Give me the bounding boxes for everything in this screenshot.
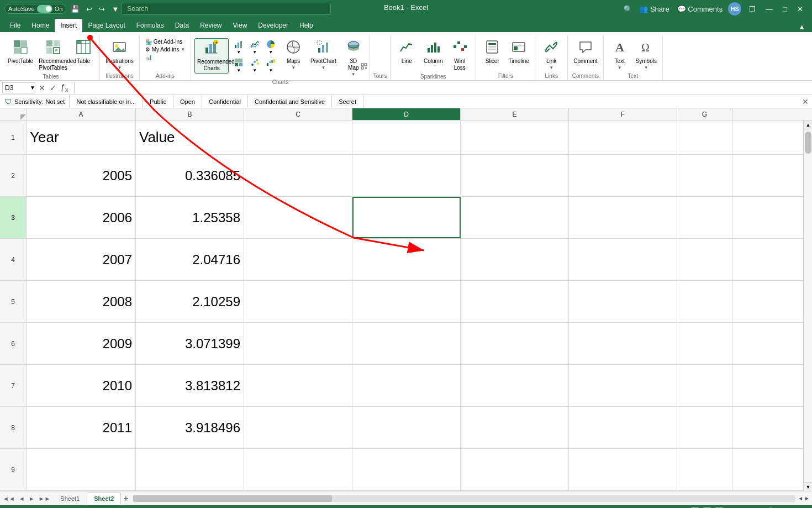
cell-a4[interactable]: 2007 <box>27 239 136 280</box>
corner-cell[interactable] <box>0 108 27 120</box>
avatar[interactable]: HS <box>728 2 741 15</box>
sensitivity-open[interactable]: Open <box>173 95 202 108</box>
row-header-3[interactable]: 3 <box>0 197 27 238</box>
timeline-button[interactable]: Timeline <box>506 38 531 66</box>
cell-c1[interactable] <box>244 121 352 154</box>
cell-f4[interactable] <box>569 239 677 280</box>
cell-e9[interactable] <box>461 449 569 490</box>
search-input[interactable] <box>121 3 331 15</box>
sensitivity-public[interactable]: Public <box>143 95 173 108</box>
cell-a7[interactable]: 2010 <box>27 365 136 406</box>
close-button[interactable]: ✕ <box>793 3 808 15</box>
column-sparkline-button[interactable]: Column <box>420 38 446 66</box>
pivot-table-button[interactable]: PivotTable <box>6 38 35 66</box>
cell-e4[interactable] <box>461 239 569 280</box>
cell-ref-dropdown[interactable]: ▼ <box>30 85 35 91</box>
row-header-8[interactable]: 8 <box>0 407 27 448</box>
waterfall-chart-button[interactable]: ▼ <box>263 56 278 74</box>
cell-a3[interactable]: 2006 <box>27 197 136 238</box>
cell-f9[interactable] <box>569 449 677 490</box>
text-button[interactable]: A Text ▼ <box>607 38 632 71</box>
cell-a5[interactable]: 2008 <box>27 281 136 322</box>
page-right-button[interactable]: ► <box>804 495 810 501</box>
row-header-6[interactable]: 6 <box>0 323 27 364</box>
tab-file[interactable]: File <box>4 19 26 32</box>
col-header-d[interactable]: D <box>352 108 461 120</box>
illustrations-button[interactable]: Illustrations ▼ <box>103 38 136 71</box>
cell-f7[interactable] <box>569 365 677 406</box>
redo-button[interactable]: ↪ <box>97 4 107 14</box>
cell-g1[interactable] <box>677 121 732 154</box>
col-header-b[interactable]: B <box>136 108 244 120</box>
slicer-button[interactable]: Slicer <box>479 38 505 66</box>
collapse-ribbon-button[interactable]: ▲ <box>796 22 808 32</box>
cell-a1[interactable]: Year <box>27 121 136 154</box>
cell-c2[interactable] <box>244 155 352 196</box>
col-header-f[interactable]: F <box>569 108 677 120</box>
cell-e8[interactable] <box>461 407 569 448</box>
scroll-down-button[interactable]: ▼ <box>804 482 812 491</box>
charts-expand-button[interactable] <box>360 62 368 70</box>
scatter-chart-button[interactable]: ▼ <box>247 56 262 74</box>
tab-review[interactable]: Review <box>194 19 227 32</box>
cell-e6[interactable] <box>461 323 569 364</box>
cell-f2[interactable] <box>569 155 677 196</box>
cell-d1[interactable] <box>352 121 461 154</box>
cell-g6[interactable] <box>677 323 732 364</box>
symbols-button[interactable]: Ω Symbols ▼ <box>634 38 659 71</box>
sensitivity-not-classifiable[interactable]: Not classifiable or in... <box>70 95 143 108</box>
scroll-up-button[interactable]: ▲ <box>804 121 812 129</box>
cell-d9[interactable] <box>352 449 461 490</box>
col-header-e[interactable]: E <box>461 108 569 120</box>
cell-d3[interactable] <box>352 197 461 238</box>
cell-g7[interactable] <box>677 365 732 406</box>
cell-d2[interactable] <box>352 155 461 196</box>
maps-button[interactable]: Maps ▼ <box>281 38 306 71</box>
get-addins-button[interactable]: 🏪 Get Add-ins <box>143 38 187 45</box>
insert-function-button[interactable]: ƒx <box>60 82 70 93</box>
cell-f1[interactable] <box>569 121 677 154</box>
hierarchy-chart-button[interactable]: ▼ <box>231 56 246 74</box>
scroll-sheets-right-button[interactable]: ►► <box>37 494 52 503</box>
page-break-view-button[interactable] <box>714 506 725 509</box>
cell-e7[interactable] <box>461 365 569 406</box>
cell-d5[interactable] <box>352 281 461 322</box>
line-chart-button[interactable]: ▼ <box>247 38 262 56</box>
normal-view-button[interactable] <box>689 506 700 509</box>
cell-e1[interactable] <box>461 121 569 154</box>
cell-b9[interactable] <box>136 449 244 490</box>
share-button[interactable]: 👥 Share <box>637 4 671 14</box>
cell-f5[interactable] <box>569 281 677 322</box>
col-header-g[interactable]: G <box>677 108 732 120</box>
cell-g8[interactable] <box>677 407 732 448</box>
cell-c3[interactable] <box>244 197 352 238</box>
col-header-a[interactable]: A <box>27 108 136 120</box>
cell-b4[interactable]: 2.04716 <box>136 239 244 280</box>
cell-c5[interactable] <box>244 281 352 322</box>
tab-developer[interactable]: Developer <box>252 19 294 32</box>
cell-g3[interactable] <box>677 197 732 238</box>
row-header-5[interactable]: 5 <box>0 281 27 322</box>
comment-button[interactable]: Comment <box>571 38 599 66</box>
autosave-switch[interactable] <box>37 5 52 13</box>
column-chart-button[interactable]: ▼ <box>231 38 246 56</box>
pivot-chart-button[interactable]: PivotChart ▼ <box>308 38 339 71</box>
row-header-1[interactable]: 1 <box>0 121 27 154</box>
sensitivity-confidential[interactable]: Confidential <box>202 95 248 108</box>
maximize-button[interactable]: □ <box>778 3 792 15</box>
save-button[interactable]: 💾 <box>68 4 82 14</box>
add-sheet-button[interactable]: + <box>121 494 130 504</box>
addin-extra-button[interactable]: 📊 <box>143 54 187 61</box>
col-header-c[interactable]: C <box>244 108 352 120</box>
comments-button[interactable]: 💬 Comments <box>675 4 725 14</box>
tab-home[interactable]: Home <box>26 19 55 32</box>
cell-b3[interactable]: 1.25358 <box>136 197 244 238</box>
line-sparkline-button[interactable]: Line <box>394 38 419 66</box>
cell-g5[interactable] <box>677 281 732 322</box>
cell-a9[interactable] <box>27 449 136 490</box>
cell-c7[interactable] <box>244 365 352 406</box>
cell-a8[interactable]: 2011 <box>27 407 136 448</box>
horizontal-scrollbar[interactable] <box>133 495 796 502</box>
h-scroll-thumb[interactable] <box>133 495 332 502</box>
tab-help[interactable]: Help <box>294 19 319 32</box>
